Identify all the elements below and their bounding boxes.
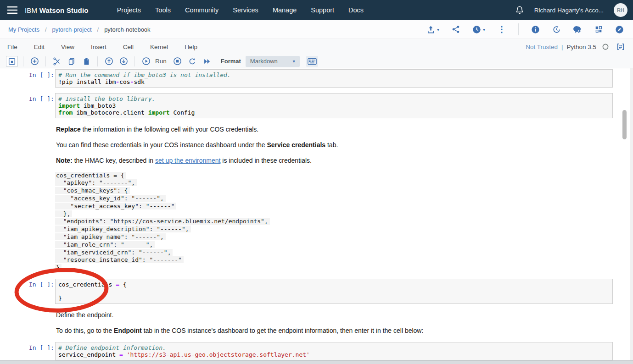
move-cell-up-button[interactable] [103, 56, 115, 67]
breadcrumb-separator: / [97, 26, 99, 33]
markdown-paragraph: Define the endpoint. [56, 311, 613, 320]
menu-kernel[interactable]: Kernel [150, 44, 168, 50]
menu-help[interactable]: Help [185, 44, 197, 50]
run-all-button[interactable] [201, 56, 213, 67]
breadcrumb-project[interactable]: pytorch-project [52, 26, 92, 33]
primary-nav: Projects Tools Community Services Manage… [117, 6, 364, 14]
markdown-paragraph: You can find these credentials in your C… [56, 141, 613, 149]
nav-community[interactable]: Community [185, 6, 218, 14]
versions-clock-button[interactable]: ▾ [472, 25, 485, 34]
interrupt-kernel-button[interactable] [172, 56, 184, 67]
move-cell-down-button[interactable] [118, 56, 129, 67]
copy-cell-button[interactable] [66, 56, 78, 67]
code-editor[interactable]: # Install the boto library.import ibm_bo… [55, 93, 613, 118]
toolbar-divider [45, 56, 46, 66]
nav-tools[interactable]: Tools [155, 6, 171, 14]
notebook-toolbar: Run Format Markdown ▾ [0, 55, 633, 68]
cell-prompt: In [ ]: [29, 279, 55, 304]
overflow-menu-button[interactable]: ⋮ [498, 24, 506, 34]
user-avatar[interactable]: RH [614, 3, 627, 17]
paste-cell-button[interactable] [80, 56, 92, 67]
kernel-name: Python 3.5 [566, 44, 596, 50]
menu-edit[interactable]: Edit [34, 44, 45, 50]
hamburger-menu-icon[interactable] [0, 6, 25, 14]
brand-prefix: IBM [25, 6, 37, 14]
run-cell-button[interactable] [140, 56, 152, 67]
markdown-code-block: cos_credentials = { "apikey": "-------",… [55, 172, 613, 272]
cell-type-value: Markdown [250, 58, 278, 65]
data-blocks-button[interactable] [594, 25, 603, 33]
command-palette-button[interactable] [306, 56, 318, 67]
toolbar-divider [23, 56, 23, 66]
code-cell[interactable]: In [ ]:# Define endpoint information.ser… [0, 342, 633, 360]
breadcrumb: My Projects / pytorch-project / pytorch-… [8, 26, 151, 33]
markdown-link[interactable]: set up the environment [155, 157, 220, 164]
format-label: Format [221, 58, 241, 65]
history-button[interactable] [552, 25, 561, 34]
cell-prompt: In [ ]: [29, 93, 55, 118]
menu-file[interactable]: File [7, 44, 17, 50]
nav-docs[interactable]: Docs [348, 6, 364, 14]
run-label[interactable]: Run [155, 58, 167, 65]
nav-projects[interactable]: Projects [117, 6, 141, 14]
restart-kernel-button[interactable] [186, 56, 198, 67]
code-cell[interactable]: In [ ]:# Run the command if ibm_boto3 is… [0, 69, 633, 88]
code-cell[interactable]: In [ ]:cos_credentials = { } [0, 279, 633, 304]
markdown-paragraph: Note: the HMAC key, described in set up … [56, 156, 613, 165]
cut-cell-button[interactable] [51, 56, 63, 67]
brand-name: Watson Studio [39, 6, 89, 14]
info-button[interactable] [531, 25, 540, 34]
nav-manage[interactable]: Manage [273, 6, 297, 14]
code-cell[interactable]: In [ ]:# Install the boto library.import… [0, 93, 633, 118]
code-editor[interactable]: # Define endpoint information.service_en… [55, 342, 613, 360]
vertical-scrollbar-thumb[interactable] [622, 110, 627, 139]
code-editor[interactable]: # Run the command if ibm_boto3 is not in… [55, 69, 613, 88]
nav-support[interactable]: Support [311, 6, 334, 14]
cell-toolbar-icon[interactable] [616, 43, 625, 51]
notifications-bell-icon[interactable] [515, 6, 524, 15]
menu-insert[interactable]: Insert [91, 44, 106, 50]
app-title: IBM Watson Studio [25, 6, 89, 14]
chevron-down-icon: ▾ [437, 27, 439, 32]
menu-cell[interactable]: Cell [123, 44, 134, 50]
toolbar-divider [518, 23, 519, 35]
scrollbar-track[interactable] [630, 68, 633, 360]
toolbar-divider [97, 56, 98, 66]
toolbar-divider [134, 56, 135, 66]
notebook-area: In [ ]:# Run the command if ibm_boto3 is… [0, 68, 633, 360]
cell-prompt: In [ ]: [29, 342, 55, 360]
trust-status[interactable]: Not Trusted [526, 44, 558, 50]
status-separator: | [561, 44, 563, 50]
markdown-paragraph: Replace the information in the following… [56, 125, 613, 134]
account-switcher[interactable]: Richard Hagarty's Acco... [534, 7, 604, 14]
menu-view[interactable]: View [61, 44, 74, 50]
breadcrumb-notebook: pytorch-notebook [104, 26, 150, 33]
save-button[interactable] [6, 56, 18, 67]
notebook-menubar: File Edit View Insert Cell Kernel Help N… [0, 39, 633, 55]
breadcrumb-separator: / [45, 26, 47, 33]
notebook-content: In [ ]:# Run the command if ibm_boto3 is… [0, 68, 633, 360]
chevron-down-icon: ▾ [483, 27, 485, 32]
kernel-status-icon [602, 43, 609, 50]
share-button[interactable] [452, 25, 460, 33]
nav-services[interactable]: Services [233, 6, 258, 14]
top-navigation: IBM Watson Studio Projects Tools Communi… [0, 0, 633, 20]
upload-button[interactable]: ▾ [426, 25, 439, 34]
breadcrumb-bar: My Projects / pytorch-project / pytorch-… [0, 20, 633, 39]
horizontal-scrollbar[interactable] [0, 360, 633, 364]
cell-type-dropdown[interactable]: Markdown ▾ [246, 56, 300, 67]
code-editor[interactable]: cos_credentials = { } [55, 279, 613, 304]
breadcrumb-my-projects[interactable]: My Projects [8, 26, 39, 33]
comments-button[interactable] [573, 25, 582, 34]
dropdown-caret-icon: ▾ [293, 59, 295, 64]
markdown-paragraph: To do this, go to the Endpoint tab in th… [56, 326, 613, 335]
compass-button[interactable] [615, 25, 624, 34]
add-cell-button[interactable] [28, 56, 40, 67]
cell-prompt: In [ ]: [29, 69, 55, 88]
